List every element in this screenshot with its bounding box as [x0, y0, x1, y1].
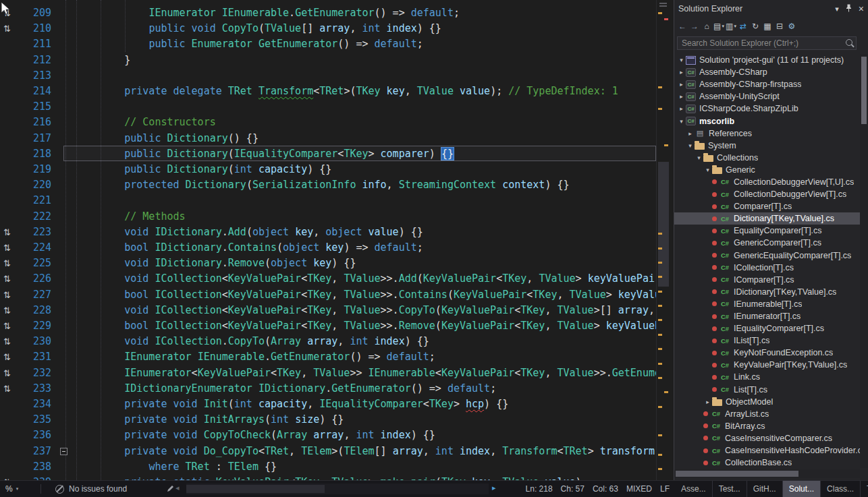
code-line-237[interactable]: private void Do_CopyTo<TRet, TElem>(TEle… [76, 444, 656, 459]
tree-item[interactable]: ▸ObjectModel [674, 396, 860, 408]
editor-horizontal-scrollbar[interactable] [186, 484, 489, 494]
tree-item[interactable]: C#CaseInsensitiveHashCodeProvider.cs [674, 444, 860, 457]
code-content[interactable]: IEnumerator IEnumerable.GetEnumerator() … [76, 0, 656, 480]
show-all-files-icon[interactable]: ▦ [762, 20, 773, 32]
zoom-control[interactable]: % ▾ [5, 481, 18, 497]
line-number[interactable]: 234 [18, 397, 57, 412]
line-number[interactable]: 221 [18, 193, 57, 208]
tree-item[interactable]: C#ICollection[T].cs [674, 262, 860, 274]
tree-item[interactable]: C#EqualityComparer[T].cs [674, 225, 860, 237]
line-number[interactable]: 223 [18, 225, 57, 240]
chevron-collapsed-icon[interactable]: ▸ [677, 69, 686, 76]
line-number[interactable]: 213 [18, 68, 57, 84]
line-number[interactable]: 232 [18, 366, 57, 381]
line-number[interactable]: 236 [18, 428, 57, 443]
reference-arrows-icon[interactable]: ⇅ [3, 304, 11, 320]
line-number[interactable]: 229 [18, 318, 57, 334]
line-number[interactable]: 237 [18, 444, 57, 459]
code-line-227[interactable]: bool ICollection<KeyValuePair<TKey, TVal… [76, 287, 656, 303]
code-line-229[interactable]: bool ICollection<KeyValuePair<TKey, TVal… [76, 318, 656, 334]
tool-window-tab[interactable]: GitH... [747, 481, 783, 497]
chevron-collapsed-icon[interactable]: ▸ [677, 81, 686, 88]
line-number[interactable]: 225 [18, 256, 57, 271]
tree-item[interactable]: C#GenericEqualityComparer[T].cs [674, 250, 860, 262]
code-line-216[interactable]: // Constructors [76, 115, 216, 130]
tool-window-tab[interactable]: Tea... [861, 481, 868, 497]
code-line-233[interactable]: IDictionaryEnumerator IDictionary.GetEnu… [76, 381, 496, 397]
line-number[interactable]: 210 [18, 21, 57, 36]
line-number[interactable]: 233 [18, 381, 57, 397]
chevron-expanded-icon[interactable]: ▾ [677, 57, 686, 63]
reference-arrows-icon[interactable]: ⇅ [3, 367, 11, 382]
refresh-icon[interactable]: ↻ [750, 20, 761, 32]
code-line-234[interactable]: private void Init(int capacity, IEqualit… [76, 397, 508, 412]
line-number[interactable]: 222 [18, 209, 57, 225]
tree-item[interactable]: C#Link.cs [674, 371, 860, 383]
code-line-232[interactable]: IEnumerator<KeyValuePair<TKey, TValue>> … [76, 366, 656, 381]
tree-item[interactable]: C#IComparer[T].cs [674, 274, 860, 286]
collapse-all-icon[interactable]: ⊟ [774, 20, 785, 32]
chevron-collapsed-icon[interactable]: ▸ [677, 105, 686, 112]
chevron-collapsed-icon[interactable]: ▸ [677, 93, 686, 100]
code-line-226[interactable]: void ICollection<KeyValuePair<TKey, TVal… [76, 271, 656, 287]
chevron-collapsed-icon[interactable]: ▸ [703, 399, 712, 405]
tree-item[interactable]: C#CollectionBase.cs [674, 457, 860, 468]
tree-item[interactable]: ▸C#ICSharpCode.SharpZipLib [674, 103, 860, 115]
tree-item[interactable]: ▾System [674, 140, 860, 152]
code-line-210[interactable]: public void CopyTo(TValue[] array, int i… [76, 21, 441, 36]
reference-arrows-icon[interactable]: ⇅ [3, 382, 11, 398]
code-line-220[interactable]: protected Dictionary(SerializationInfo i… [76, 177, 570, 193]
line-number[interactable]: 216 [18, 115, 57, 130]
tree-item[interactable]: C#CollectionDebuggerView[T].cs [674, 188, 860, 200]
tree-item[interactable]: C#KeyNotFoundException.cs [674, 347, 860, 359]
reference-arrows-icon[interactable]: ⇅ [3, 335, 11, 351]
line-number[interactable]: 217 [18, 131, 57, 146]
line-number-margin[interactable]: 2092102112122132142152162172182192202212… [18, 0, 57, 480]
code-line-239[interactable]: private static KeyValuePair<TKey, TValue… [76, 475, 582, 480]
scrollbar-thumb[interactable] [658, 162, 669, 287]
tree-item[interactable]: C#Dictionary[TKey,TValue].cs [674, 212, 860, 225]
tree-item[interactable]: C#IDictionary[TKey,TValue].cs [674, 286, 860, 298]
chevron-expanded-icon[interactable]: ▾ [703, 167, 712, 173]
tree-item[interactable]: C#List[T].cs [674, 384, 860, 396]
reference-arrows-icon[interactable]: ⇅ [3, 272, 11, 288]
tree-item[interactable]: ▾Collections [674, 152, 860, 164]
tree-item[interactable]: C#IEnumerable[T].cs [674, 298, 860, 310]
reference-arrows-icon[interactable]: ⇅ [3, 226, 11, 241]
scrollbar-thumb[interactable] [186, 485, 325, 493]
tree-item[interactable]: ▾Generic [674, 164, 860, 176]
tree-item[interactable]: C#IEnumerator[T].cs [674, 310, 860, 322]
sync-with-active-document-icon[interactable]: ⇄ [738, 20, 749, 32]
issues-indicator[interactable]: No issues found [55, 481, 127, 497]
search-input[interactable] [677, 36, 857, 50]
code-line-211[interactable]: public Enumerator GetEnumerator() => def… [76, 36, 423, 52]
line-number[interactable]: 215 [18, 99, 57, 115]
line-number[interactable]: 230 [18, 334, 57, 349]
forward-icon[interactable]: → [689, 20, 700, 32]
code-line-219[interactable]: public Dictionary(int capacity) {} [76, 162, 331, 177]
tree-item[interactable]: C#Comparer[T].cs [674, 200, 860, 212]
code-line-225[interactable]: void IDictionary.Remove(object key) {} [76, 256, 356, 271]
line-number[interactable]: 231 [18, 349, 57, 365]
code-line-238[interactable]: where TRet : TElem {} [76, 459, 277, 475]
tree-item[interactable]: C#BitArray.cs [674, 420, 860, 432]
tool-window-tab[interactable]: Test... [713, 481, 747, 497]
line-number[interactable]: 220 [18, 177, 57, 193]
line-number[interactable]: 228 [18, 303, 57, 318]
properties-icon[interactable]: ⚙ [786, 20, 797, 32]
line-number[interactable]: 218 [18, 146, 57, 162]
code-line-230[interactable]: void ICollection.CopyTo(Array array, int… [76, 334, 429, 349]
tree-item[interactable]: ▸C#Assembly-CSharp [674, 66, 860, 78]
tree-item[interactable]: ▸▤References [674, 127, 860, 140]
line-number[interactable]: 238 [18, 459, 57, 475]
scroll-right-icon[interactable]: ▸ [492, 484, 496, 492]
code-line-223[interactable]: void IDictionary.Add(object key, object … [76, 225, 423, 240]
scrollbar-thumb[interactable] [676, 471, 798, 477]
code-line-231[interactable]: IEnumerator IEnumerable.GetEnumerator() … [76, 349, 435, 365]
filter-icon[interactable]: ▥▾ [726, 20, 736, 32]
window-position-icon[interactable]: ▾ [835, 5, 839, 13]
line-number[interactable]: 224 [18, 240, 57, 256]
reference-arrows-icon[interactable]: ⇅ [3, 289, 11, 304]
code-line-235[interactable]: private void InitArrays(int size) {} [76, 412, 344, 428]
close-icon[interactable]: × [859, 3, 864, 14]
